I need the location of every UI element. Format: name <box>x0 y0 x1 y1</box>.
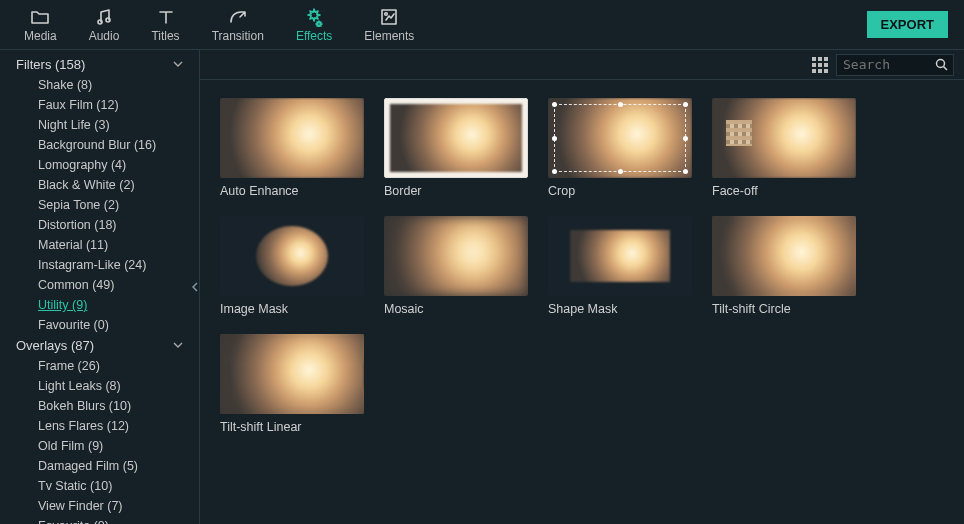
sidebar-item[interactable]: View Finder (7) <box>0 496 199 516</box>
effects-grid: Auto EnhanceBorderCropFace-offImage Mask… <box>200 80 964 452</box>
effect-card[interactable]: Mosaic <box>384 216 528 316</box>
tab-media[interactable]: Media <box>8 3 73 47</box>
sidebar-item[interactable]: Lomography (4) <box>0 155 199 175</box>
elements-icon <box>379 7 399 27</box>
sidebar-collapse-handle[interactable] <box>190 267 200 307</box>
effect-thumbnail <box>712 216 856 296</box>
sidebar-item[interactable]: Bokeh Blurs (10) <box>0 396 199 416</box>
effect-label: Face-off <box>712 184 856 198</box>
tab-label: Media <box>24 29 57 43</box>
svg-point-0 <box>98 20 102 24</box>
sidebar-item[interactable]: Distortion (18) <box>0 215 199 235</box>
sidebar-item[interactable]: Frame (26) <box>0 356 199 376</box>
tab-label: Audio <box>89 29 120 43</box>
tab-effects[interactable]: Effects <box>280 3 348 47</box>
effect-label: Auto Enhance <box>220 184 364 198</box>
effect-label: Tilt-shift Linear <box>220 420 364 434</box>
sidebar-item[interactable]: Shake (8) <box>0 75 199 95</box>
group-label: Overlays (87) <box>16 338 94 353</box>
effect-label: Mosaic <box>384 302 528 316</box>
tab-elements[interactable]: Elements <box>348 3 430 47</box>
effect-card[interactable]: Auto Enhance <box>220 98 364 198</box>
sidebar: Filters (158)Shake (8)Faux Film (12)Nigh… <box>0 50 200 524</box>
transition-icon <box>228 7 248 27</box>
effect-thumbnail <box>220 98 364 178</box>
tab-transition[interactable]: Transition <box>196 3 280 47</box>
content-toolbar <box>200 50 964 80</box>
svg-point-1 <box>106 18 110 22</box>
sidebar-item[interactable]: Common (49) <box>0 275 199 295</box>
grid-view-icon[interactable] <box>812 57 828 73</box>
top-toolbar: MediaAudioTitlesTransitionEffectsElement… <box>0 0 964 50</box>
tab-label: Transition <box>212 29 264 43</box>
effect-thumbnail <box>548 216 692 296</box>
tab-titles[interactable]: Titles <box>135 3 195 47</box>
effect-card[interactable]: Image Mask <box>220 216 364 316</box>
sidebar-item[interactable]: Black & White (2) <box>0 175 199 195</box>
sidebar-item[interactable]: Night Life (3) <box>0 115 199 135</box>
sidebar-item[interactable]: Lens Flares (12) <box>0 416 199 436</box>
tab-audio[interactable]: Audio <box>73 3 136 47</box>
sidebar-item[interactable]: Instagram-Like (24) <box>0 255 199 275</box>
sidebar-item[interactable]: Light Leaks (8) <box>0 376 199 396</box>
sidebar-item[interactable]: Material (11) <box>0 235 199 255</box>
sidebar-item[interactable]: Damaged Film (5) <box>0 456 199 476</box>
effect-label: Shape Mask <box>548 302 692 316</box>
svg-point-3 <box>385 12 388 15</box>
folder-icon <box>30 7 50 27</box>
sidebar-item[interactable]: Sepia Tone (2) <box>0 195 199 215</box>
sidebar-item[interactable]: Favourite (0) <box>0 315 199 335</box>
search-box[interactable] <box>836 54 954 76</box>
effect-card[interactable]: Shape Mask <box>548 216 692 316</box>
tab-label: Titles <box>151 29 179 43</box>
export-button[interactable]: EXPORT <box>867 11 948 38</box>
effect-thumbnail <box>220 334 364 414</box>
music-icon <box>94 7 114 27</box>
svg-point-4 <box>937 60 945 68</box>
tab-label: Elements <box>364 29 414 43</box>
effects-icon <box>304 7 324 27</box>
effect-thumbnail <box>220 216 364 296</box>
chevron-down-icon <box>173 61 183 68</box>
search-input[interactable] <box>843 57 931 72</box>
effect-card[interactable]: Tilt-shift Circle <box>712 216 856 316</box>
effect-label: Crop <box>548 184 692 198</box>
sidebar-item[interactable]: Background Blur (16) <box>0 135 199 155</box>
chevron-down-icon <box>173 342 183 349</box>
effect-card[interactable]: Border <box>384 98 528 198</box>
sidebar-group-header[interactable]: Filters (158) <box>0 54 199 75</box>
effect-thumbnail <box>712 98 856 178</box>
effect-thumbnail <box>384 98 528 178</box>
effect-card[interactable]: Face-off <box>712 98 856 198</box>
search-icon[interactable] <box>935 58 948 71</box>
sidebar-item[interactable]: Tv Static (10) <box>0 476 199 496</box>
svg-line-5 <box>944 67 948 71</box>
sidebar-group-header[interactable]: Overlays (87) <box>0 335 199 356</box>
effect-thumbnail <box>384 216 528 296</box>
tab-label: Effects <box>296 29 332 43</box>
sidebar-item[interactable]: Favourite (0) <box>0 516 199 524</box>
sidebar-item[interactable]: Utility (9) <box>0 295 199 315</box>
effect-card[interactable]: Tilt-shift Linear <box>220 334 364 434</box>
effect-card[interactable]: Crop <box>548 98 692 198</box>
sidebar-item[interactable]: Faux Film (12) <box>0 95 199 115</box>
group-label: Filters (158) <box>16 57 85 72</box>
titles-icon <box>156 7 176 27</box>
effect-label: Border <box>384 184 528 198</box>
effect-thumbnail <box>548 98 692 178</box>
effect-label: Tilt-shift Circle <box>712 302 856 316</box>
sidebar-item[interactable]: Old Film (9) <box>0 436 199 456</box>
effect-label: Image Mask <box>220 302 364 316</box>
